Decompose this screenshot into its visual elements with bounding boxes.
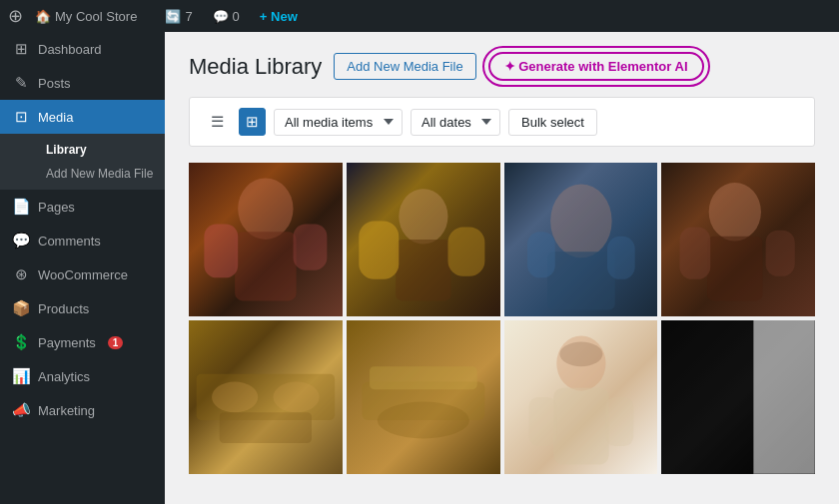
sidebar-item-woocommerce[interactable]: ⊛ WooCommerce xyxy=(0,257,165,291)
svg-rect-14 xyxy=(680,228,711,279)
sidebar-label-payments: Payments xyxy=(38,335,96,350)
sidebar-label-products: Products xyxy=(38,301,89,316)
main-layout: ⊞ Dashboard ✎ Posts ⊡ Media Library Add … xyxy=(0,32,839,504)
grid-view-button[interactable]: ⊞ xyxy=(239,108,266,136)
site-name-link[interactable]: 🏠 My Cool Store xyxy=(35,9,137,24)
media-item-6[interactable] xyxy=(347,320,500,474)
svg-rect-10 xyxy=(527,232,555,277)
media-item-4[interactable] xyxy=(661,163,815,316)
posts-icon: ✎ xyxy=(12,74,30,92)
filter-items-select[interactable]: All media items Images Audio Video Docum… xyxy=(274,109,403,136)
dashboard-icon: ⊞ xyxy=(12,40,30,58)
topbar: ⊕ 🏠 My Cool Store 🔄 7 💬 0 + New xyxy=(0,0,839,32)
sidebar-item-products[interactable]: 📦 Products xyxy=(0,291,165,325)
products-icon: 📦 xyxy=(12,299,30,317)
sidebar-item-payments[interactable]: 💲 Payments 1 xyxy=(0,325,165,359)
page-header: Media Library Add New Media File ✦ Gener… xyxy=(189,52,815,81)
svg-rect-6 xyxy=(359,221,399,278)
svg-rect-15 xyxy=(766,231,795,276)
sidebar-sub-library[interactable]: Library xyxy=(38,138,165,162)
svg-rect-11 xyxy=(607,237,635,279)
svg-rect-19 xyxy=(220,412,312,443)
sidebar-label-comments: Comments xyxy=(38,234,101,249)
svg-rect-13 xyxy=(707,237,762,301)
svg-rect-9 xyxy=(547,252,615,309)
svg-rect-5 xyxy=(396,240,450,301)
bulk-select-button[interactable]: Bulk select xyxy=(508,109,597,136)
marketing-icon: 📣 xyxy=(12,401,30,419)
sidebar: ⊞ Dashboard ✎ Posts ⊡ Media Library Add … xyxy=(0,32,165,504)
svg-rect-26 xyxy=(605,397,633,446)
sidebar-item-posts[interactable]: ✎ Posts xyxy=(0,66,165,100)
sidebar-label-woocommerce: WooCommerce xyxy=(38,267,128,282)
svg-rect-29 xyxy=(661,320,753,474)
wp-icon[interactable]: ⊕ xyxy=(8,5,23,27)
comments-icon: 💬 xyxy=(12,232,30,250)
svg-point-17 xyxy=(212,381,258,412)
sidebar-item-analytics[interactable]: 📊 Analytics xyxy=(0,359,165,393)
media-submenu: Library Add New Media File xyxy=(0,134,165,190)
media-toolbar: ☰ ⊞ All media items Images Audio Video D… xyxy=(189,97,815,147)
pages-icon: 📄 xyxy=(12,198,30,216)
list-view-button[interactable]: ☰ xyxy=(204,108,231,136)
sidebar-label-dashboard: Dashboard xyxy=(38,42,102,57)
svg-point-22 xyxy=(378,401,469,438)
svg-point-0 xyxy=(238,178,293,240)
new-menu[interactable]: + New xyxy=(256,9,302,24)
svg-rect-3 xyxy=(294,225,328,270)
sidebar-item-comments[interactable]: 💬 Comments xyxy=(0,224,165,257)
svg-point-4 xyxy=(399,189,447,244)
svg-rect-28 xyxy=(754,320,816,474)
sidebar-label-marketing: Marketing xyxy=(38,403,95,418)
updates-link[interactable]: 🔄 7 xyxy=(161,9,196,24)
media-item-8[interactable] xyxy=(661,320,815,474)
sidebar-item-pages[interactable]: 📄 Pages xyxy=(0,190,165,224)
sidebar-item-media[interactable]: ⊡ Media xyxy=(0,100,165,134)
media-grid xyxy=(189,163,815,474)
analytics-icon: 📊 xyxy=(12,367,30,385)
svg-point-27 xyxy=(559,341,602,366)
svg-rect-24 xyxy=(553,387,608,464)
add-new-media-button[interactable]: Add New Media File xyxy=(334,53,475,80)
sidebar-sub-add-new[interactable]: Add New Media File xyxy=(38,162,165,186)
generate-elementor-button[interactable]: ✦ Generate with Elementor AI xyxy=(488,52,704,81)
sidebar-label-media: Media xyxy=(38,110,73,125)
media-item-7[interactable] xyxy=(504,320,658,474)
payments-badge: 1 xyxy=(108,336,124,349)
sidebar-item-marketing[interactable]: 📣 Marketing xyxy=(0,393,165,427)
media-icon: ⊡ xyxy=(12,108,30,126)
comments-link[interactable]: 💬 0 xyxy=(209,9,244,24)
svg-rect-25 xyxy=(528,397,556,446)
media-item-1[interactable] xyxy=(189,163,343,316)
svg-rect-2 xyxy=(204,225,238,278)
sidebar-label-pages: Pages xyxy=(38,200,75,215)
media-item-5[interactable] xyxy=(189,320,343,474)
content-area: Media Library Add New Media File ✦ Gener… xyxy=(165,32,839,504)
svg-rect-7 xyxy=(447,228,484,276)
woocommerce-icon: ⊛ xyxy=(12,265,30,283)
svg-rect-21 xyxy=(370,366,477,389)
svg-point-12 xyxy=(709,183,761,241)
filter-dates-select[interactable]: All dates 2024 2023 2022 xyxy=(411,109,500,136)
sidebar-item-dashboard[interactable]: ⊞ Dashboard xyxy=(0,32,165,66)
svg-point-18 xyxy=(274,381,320,412)
media-item-2[interactable] xyxy=(347,163,500,316)
svg-rect-1 xyxy=(235,232,297,300)
sidebar-label-posts: Posts xyxy=(38,76,71,91)
page-title: Media Library xyxy=(189,54,322,80)
media-item-3[interactable] xyxy=(504,163,658,316)
svg-point-8 xyxy=(550,185,612,258)
payments-icon: 💲 xyxy=(12,333,30,351)
sidebar-label-analytics: Analytics xyxy=(38,369,90,384)
